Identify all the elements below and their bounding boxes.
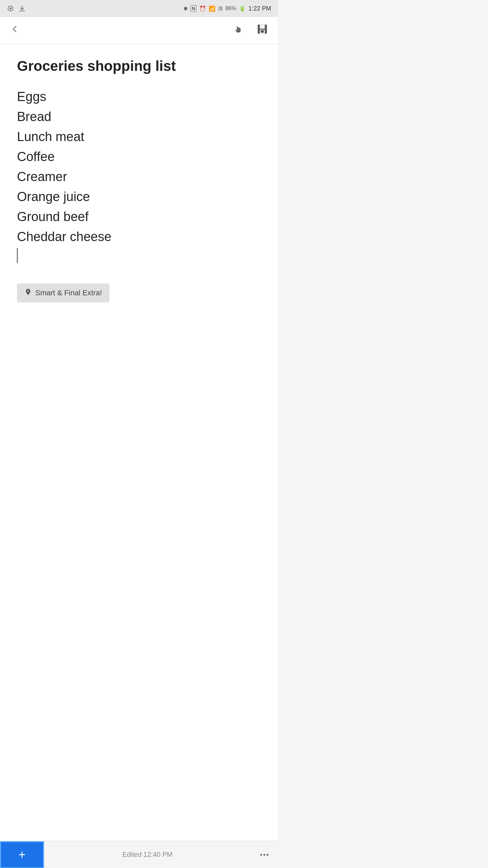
list-item: Bread: [17, 107, 261, 127]
location-tag-label: Smart & Final Extra!: [35, 289, 102, 297]
status-time: 1:22 PM: [248, 5, 271, 12]
touch-icon-button[interactable]: [230, 21, 247, 40]
save-button[interactable]: [253, 20, 271, 40]
battery-icon: 🔋: [239, 5, 246, 12]
nfc-icon: N: [190, 5, 197, 12]
pin-icon: [24, 288, 32, 296]
touch-icon: [232, 23, 244, 35]
main-content: Groceries shopping list Eggs Bread Lunch…: [0, 44, 278, 841]
list-item: Creamer: [17, 167, 261, 187]
back-arrow-icon: [9, 24, 20, 34]
status-bar-left: [7, 5, 26, 12]
app-bar-actions: [230, 20, 271, 40]
status-bar-right: ✱ N ⏰ 📶 ⅠⅡ 86% 🔋 1:22 PM: [183, 5, 271, 12]
download-status-icon: [18, 5, 26, 12]
page-title: Groceries shopping list: [17, 58, 261, 75]
location-pin-icon: [24, 288, 32, 298]
battery-text: 86%: [225, 5, 236, 12]
location-tag[interactable]: Smart & Final Extra!: [17, 283, 109, 302]
svg-point-1: [9, 7, 12, 9]
galaxy-icon: [7, 5, 14, 12]
svg-rect-3: [260, 25, 265, 29]
list-item: Lunch meat: [17, 127, 261, 147]
items-list: Eggs Bread Lunch meat Coffee Creamer Ora…: [17, 87, 261, 263]
list-item: Ground beef: [17, 207, 261, 227]
signal-icon: ⅠⅡ: [218, 5, 223, 12]
alarm-icon: ⏰: [199, 5, 206, 12]
app-bar: [0, 17, 278, 44]
list-item: Cheddar cheese: [17, 227, 261, 247]
wifi-icon: 📶: [209, 5, 216, 12]
svg-rect-5: [261, 30, 264, 33]
list-item: Orange juice: [17, 187, 261, 207]
list-item: Coffee: [17, 147, 261, 167]
save-icon: [256, 23, 268, 35]
list-item-empty[interactable]: [17, 248, 261, 263]
list-item: Eggs: [17, 87, 261, 107]
status-bar: ✱ N ⏰ 📶 ⅠⅡ 86% 🔋 1:22 PM: [0, 0, 278, 17]
text-cursor: [17, 248, 18, 263]
bluetooth-icon: ✱: [183, 5, 188, 12]
back-button[interactable]: [7, 21, 22, 39]
